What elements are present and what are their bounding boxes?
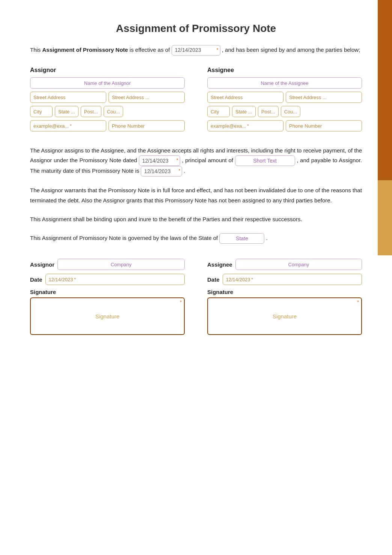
assignor-sig-title: Signature bbox=[30, 289, 185, 295]
assignor-street1-value: Street Address bbox=[33, 95, 65, 100]
maturity-date-required: * bbox=[178, 167, 180, 175]
assignee-sig-date-row: Date 12/14/2023 * bbox=[207, 274, 362, 285]
promissory-date-required: * bbox=[176, 157, 178, 164]
assignor-company-field[interactable]: Company bbox=[57, 259, 185, 270]
assignor-sig-required: * bbox=[180, 300, 182, 305]
assignee-street1-value: Street Address bbox=[211, 95, 243, 100]
body-para1-end: . bbox=[184, 167, 185, 174]
assignee-contact-group: example@exa... * Phone Number bbox=[207, 120, 362, 131]
short-text-field[interactable]: Short Text bbox=[235, 155, 295, 166]
assignee-email-field[interactable]: example@exa... * bbox=[207, 120, 283, 131]
assignee-signature-box[interactable]: * Signature bbox=[207, 297, 362, 335]
assignee-label: Assignee bbox=[207, 67, 362, 74]
assignee-date-value: 12/14/2023 bbox=[226, 277, 250, 282]
assignor-sig-label: Assignor bbox=[30, 261, 54, 268]
assignor-contact-group: example@exa... * Phone Number bbox=[30, 120, 185, 131]
maturity-date-value: 12/14/2023 bbox=[144, 167, 170, 176]
assignee-post-field[interactable]: Post... bbox=[258, 106, 279, 117]
assignee-email-required: * bbox=[247, 124, 249, 128]
assignor-name-field[interactable]: Name of the Assignor bbox=[30, 77, 185, 89]
document-page: Assignment of Promissory Note This Assig… bbox=[0, 0, 392, 555]
intro-bold: Assignment of Promissory Note bbox=[42, 47, 128, 53]
assignor-signature-box[interactable]: * Signature bbox=[30, 297, 185, 335]
assignor-street2-value: Street Address ... bbox=[112, 95, 149, 100]
assignor-post-value: Post... bbox=[84, 109, 98, 115]
assignee-street2-field[interactable]: Street Address ... bbox=[286, 92, 362, 103]
assignor-street2-field[interactable]: Street Address ... bbox=[109, 92, 185, 103]
intro-text1: This bbox=[30, 47, 42, 53]
assignor-date-required: * bbox=[74, 277, 76, 282]
assignor-sig-placeholder: Signature bbox=[95, 313, 119, 320]
assignor-date-field[interactable]: 12/14/2023 * bbox=[45, 274, 185, 285]
assignor-email-field[interactable]: example@exa... * bbox=[30, 120, 106, 131]
effective-date-required: * bbox=[217, 46, 219, 54]
assignee-country-value: Cou... bbox=[284, 109, 297, 115]
governed-post: . bbox=[266, 235, 268, 241]
intro-text2: is effective as of bbox=[128, 47, 172, 53]
assignee-street2-value: Street Address ... bbox=[289, 95, 327, 100]
effective-date-field[interactable]: 12/14/2023 * bbox=[172, 45, 220, 56]
main-content: Assignment of Promissory Note This Assig… bbox=[30, 23, 362, 335]
assignee-name-field[interactable]: Name of the Assignee bbox=[207, 77, 362, 89]
assignor-country-field[interactable]: Cou... bbox=[104, 106, 124, 117]
assignor-name-placeholder: Name of the Assignor bbox=[84, 80, 131, 86]
assignor-signature-col: Assignor Company Date 12/14/2023 * Signa… bbox=[30, 259, 185, 335]
assignee-state-value: State ... bbox=[235, 109, 252, 115]
assignee-company-field[interactable]: Company bbox=[235, 259, 362, 270]
assignor-name-group: Name of the Assignor bbox=[30, 77, 185, 89]
assignee-name-placeholder: Name of the Assignee bbox=[261, 80, 308, 86]
assignee-country-field[interactable]: Cou... bbox=[281, 106, 301, 117]
assignee-street-group: Street Address Street Address ... bbox=[207, 92, 362, 103]
body-paragraph-1: The Assignor assigns to the Assignee, an… bbox=[30, 146, 362, 176]
promissory-date-field[interactable]: 12/14/2023 * bbox=[139, 155, 180, 166]
assignee-post-value: Post... bbox=[261, 109, 275, 115]
deco-bar-top bbox=[378, 0, 392, 180]
assignee-city-group: City State ... Post... Cou... bbox=[207, 106, 362, 117]
assignor-street1-field[interactable]: Street Address bbox=[30, 92, 106, 103]
assignor-city-group: City State ... Post... Cou... bbox=[30, 106, 185, 117]
short-text-value: Short Text bbox=[253, 156, 277, 166]
assignor-state-value: State ... bbox=[58, 109, 75, 115]
assignor-post-field[interactable]: Post... bbox=[81, 106, 101, 117]
assignor-state-field[interactable]: State ... bbox=[55, 106, 78, 117]
maturity-date-field[interactable]: 12/14/2023 * bbox=[141, 166, 182, 176]
assignee-sig-required: * bbox=[357, 300, 359, 305]
assignor-company-placeholder: Company bbox=[111, 262, 132, 267]
intro-text3: , and has been signed by and among the p… bbox=[222, 47, 360, 53]
assignee-street1-field[interactable]: Street Address bbox=[207, 92, 283, 103]
assignor-date-label: Date bbox=[30, 276, 42, 283]
assignee-date-field[interactable]: 12/14/2023 * bbox=[223, 274, 362, 285]
assignee-sig-title: Signature bbox=[207, 289, 362, 295]
assignee-city-field[interactable]: City bbox=[207, 106, 230, 117]
body-paragraph-3: This Assignment shall be binding upon an… bbox=[30, 214, 362, 224]
assignee-email-value: example@exa... bbox=[211, 123, 246, 129]
body-paragraph-2: The Assignor warrants that the Promissor… bbox=[30, 186, 362, 205]
assignee-city-value: City bbox=[211, 109, 219, 115]
intro-paragraph: This Assignment of Promissory Note is ef… bbox=[30, 45, 362, 56]
assignor-phone-value: Phone Number bbox=[112, 123, 145, 129]
assignor-city-field[interactable]: City bbox=[30, 106, 53, 117]
assignor-phone-field[interactable]: Phone Number bbox=[109, 120, 185, 131]
assignor-email-required: * bbox=[70, 124, 71, 128]
assignee-state-field[interactable]: State ... bbox=[232, 106, 256, 117]
promissory-date-value: 12/14/2023 bbox=[142, 156, 169, 166]
assignor-country-value: Cou... bbox=[107, 109, 120, 115]
assignor-email-value: example@exa... bbox=[33, 123, 69, 129]
assignee-date-label: Date bbox=[207, 276, 220, 283]
assignee-section: Assignee Name of the Assignee Street Add… bbox=[207, 67, 362, 134]
assignor-city-value: City bbox=[33, 109, 42, 115]
assignor-label: Assignor bbox=[30, 67, 185, 74]
governed-paragraph: This Assignment of Promissory Note is go… bbox=[30, 233, 362, 244]
effective-date-value: 12/14/2023 bbox=[175, 46, 201, 55]
assignee-sig-label: Assignee bbox=[207, 261, 232, 268]
assignor-sig-name-row: Assignor Company bbox=[30, 259, 185, 270]
body-para1-mid: , principal amount of bbox=[182, 157, 235, 163]
assignee-sig-name-row: Assignee Company bbox=[207, 259, 362, 270]
assignee-date-required: * bbox=[252, 277, 253, 282]
assignee-phone-value: Phone Number bbox=[289, 123, 322, 129]
assignee-company-placeholder: Company bbox=[288, 262, 309, 267]
assignor-sig-date-row: Date 12/14/2023 * bbox=[30, 274, 185, 285]
assignor-date-value: 12/14/2023 bbox=[49, 277, 73, 282]
assignee-phone-field[interactable]: Phone Number bbox=[286, 120, 362, 131]
governing-state-field[interactable]: State bbox=[219, 233, 264, 244]
